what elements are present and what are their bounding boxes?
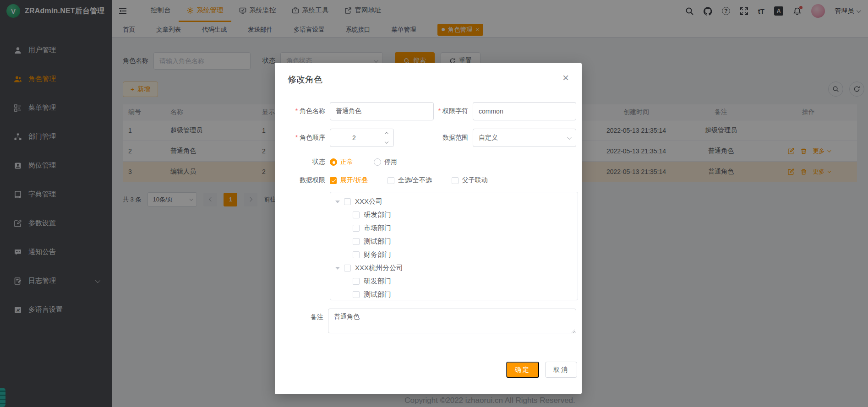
- checkbox-icon: [452, 177, 459, 184]
- tree-node[interactable]: 测试部门: [330, 288, 578, 300]
- checkbox-icon[interactable]: [353, 251, 360, 258]
- chevron-down-icon: [384, 140, 388, 143]
- role-order-stepper: [330, 129, 394, 147]
- checkbox-icon[interactable]: [353, 238, 360, 245]
- tree-node[interactable]: XXX公司: [330, 195, 578, 208]
- checkbox-icon[interactable]: [353, 212, 360, 218]
- increase-button[interactable]: [379, 129, 393, 138]
- perm-char-input[interactable]: [473, 102, 576, 120]
- edit-role-dialog: 修改角色 × 角色名称 权限字符 角色顺序 数据范围 自定义 状态 正常: [275, 63, 582, 394]
- checkbox-icon[interactable]: [344, 198, 351, 205]
- dept-tree: XXX公司 研发部门 市场部门 测试部门 财务部门 XXX杭州分公司 研发部门: [330, 192, 578, 300]
- dialog-footer: 确定 取消: [275, 362, 577, 378]
- chevron-up-icon: [384, 132, 388, 136]
- status-disabled-radio[interactable]: 停用: [374, 158, 397, 166]
- remark-label: 备注: [284, 313, 323, 321]
- data-perm-label: 数据权限: [284, 176, 325, 185]
- checkbox-icon[interactable]: [353, 278, 360, 285]
- expand-collapse-checkbox[interactable]: 展开/折叠: [330, 176, 368, 185]
- data-scope-label: 数据范围: [434, 134, 468, 142]
- tree-node[interactable]: 测试部门: [330, 235, 578, 248]
- checkbox-icon[interactable]: [353, 225, 360, 232]
- dialog-title: 修改角色: [288, 74, 322, 86]
- form-row: 状态 正常 停用: [284, 158, 576, 166]
- role-name-input[interactable]: [330, 102, 434, 120]
- dialog-header: 修改角色 ×: [275, 63, 582, 86]
- remark-textarea[interactable]: 普通角色: [328, 309, 576, 333]
- caret-down-icon[interactable]: [335, 201, 340, 203]
- chevron-down-icon: [567, 135, 572, 140]
- checkbox-icon: [330, 177, 337, 184]
- resize-grip-icon[interactable]: [571, 329, 575, 333]
- caret-down-icon[interactable]: [335, 267, 340, 270]
- select-all-checkbox[interactable]: 全选/全不选: [388, 176, 432, 185]
- data-scope-select[interactable]: 自定义: [473, 129, 576, 147]
- cancel-button[interactable]: 取消: [545, 362, 577, 378]
- confirm-button[interactable]: 确定: [506, 362, 539, 378]
- form-row: 备注 普通角色: [284, 309, 576, 335]
- checkbox-icon: [388, 177, 394, 184]
- tree-node[interactable]: 市场部门: [330, 222, 578, 235]
- perm-char-label: 权限字符: [434, 107, 468, 115]
- role-order-input[interactable]: [330, 134, 378, 141]
- radio-icon: [330, 158, 337, 166]
- form-row: 角色名称 权限字符: [284, 102, 576, 120]
- checkbox-icon[interactable]: [344, 265, 351, 271]
- tree-node[interactable]: 研发部门: [330, 208, 578, 222]
- role-order-label: 角色顺序: [284, 134, 325, 142]
- parent-child-link-checkbox[interactable]: 父子联动: [452, 176, 488, 185]
- tree-node[interactable]: 研发部门: [330, 275, 578, 288]
- tree-node[interactable]: XXX杭州分公司: [330, 261, 578, 275]
- status-label: 状态: [284, 158, 325, 166]
- form-row: 数据权限 展开/折叠 全选/全不选 父子联动: [284, 176, 576, 185]
- remark-wrap: 普通角色: [328, 309, 576, 335]
- status-normal-radio[interactable]: 正常: [330, 158, 353, 166]
- role-name-label: 角色名称: [284, 107, 325, 115]
- close-icon[interactable]: ×: [562, 74, 569, 82]
- checkbox-icon[interactable]: [353, 291, 360, 298]
- tree-node[interactable]: 财务部门: [330, 248, 578, 261]
- radio-icon: [374, 158, 381, 166]
- decrease-button[interactable]: [379, 138, 393, 147]
- form-row: 角色顺序 数据范围 自定义: [284, 129, 576, 147]
